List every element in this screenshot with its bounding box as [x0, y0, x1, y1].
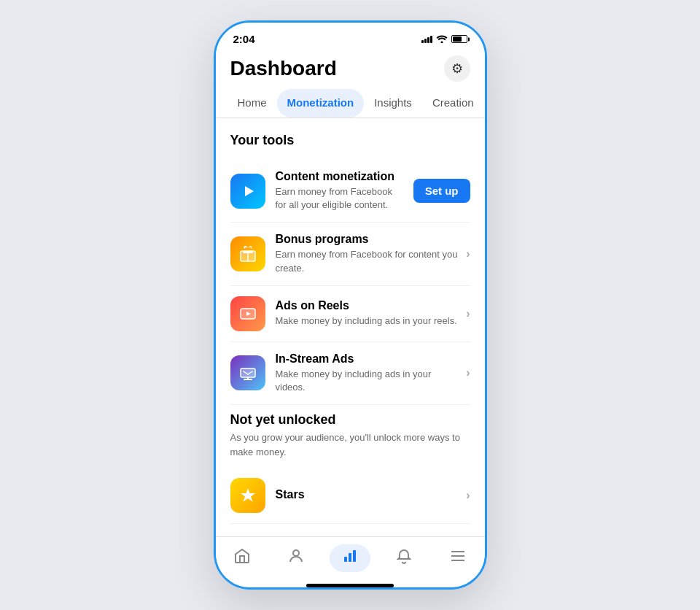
- not-unlocked-title: Not yet unlocked: [230, 412, 470, 428]
- content-monetization-action: Set up: [413, 179, 470, 203]
- in-stream-ads-chevron: ›: [466, 366, 470, 379]
- tool-ads-on-reels[interactable]: Ads on Reels Make money by including ads…: [230, 286, 470, 342]
- content-monetization-desc: Earn money from Facebook for all your el…: [276, 185, 406, 212]
- svg-marker-0: [245, 186, 254, 196]
- svg-rect-14: [349, 553, 351, 562]
- stars-name: Stars: [276, 488, 459, 501]
- home-icon: [233, 547, 251, 569]
- tab-creation[interactable]: Creation: [422, 89, 484, 117]
- tab-monetization[interactable]: Monetization: [277, 89, 365, 117]
- phone-frame: 2:04 Dashboard ⚙: [214, 20, 487, 590]
- tool-content-monetization[interactable]: Content monetization Earn money from Fac…: [230, 160, 470, 223]
- wifi-icon: [436, 34, 448, 45]
- signal-icon: [421, 36, 432, 43]
- in-stream-ads-name: In-Stream Ads: [276, 352, 459, 366]
- gear-icon: ⚙: [451, 61, 463, 77]
- tool-bonus-programs[interactable]: Bonus programs Earn money from Facebook …: [230, 223, 470, 285]
- svg-point-12: [293, 550, 299, 556]
- nav-notifications[interactable]: [384, 544, 424, 572]
- tab-bar: Home Monetization Insights Creation: [216, 89, 485, 118]
- bonus-programs-text: Bonus programs Earn money from Facebook …: [276, 233, 459, 274]
- bonus-programs-desc: Earn money from Facebook for content you…: [276, 248, 459, 274]
- bonus-programs-name: Bonus programs: [276, 233, 459, 246]
- stars-text: Stars: [276, 488, 459, 503]
- in-stream-ads-icon: [230, 355, 265, 390]
- ads-on-reels-name: Ads on Reels: [276, 299, 459, 312]
- content-monetization-text: Content monetization Earn money from Fac…: [276, 170, 406, 212]
- svg-rect-15: [353, 550, 356, 562]
- svg-rect-6: [241, 368, 255, 377]
- bottom-nav: [216, 536, 485, 578]
- home-indicator: [306, 584, 394, 587]
- stats-icon: [341, 547, 359, 569]
- bonus-programs-chevron: ›: [466, 247, 470, 260]
- status-time: 2:04: [233, 33, 255, 45]
- not-yet-unlocked-section: Not yet unlocked As you grow your audien…: [230, 412, 470, 524]
- your-tools-title: Your tools: [230, 133, 470, 148]
- content-monetization-icon: [230, 174, 265, 209]
- nav-stats[interactable]: [330, 544, 370, 572]
- ads-on-reels-icon: [230, 296, 265, 331]
- notification-icon: [395, 547, 413, 569]
- svg-rect-13: [344, 557, 347, 562]
- status-bar: 2:04: [216, 23, 485, 50]
- bonus-programs-icon: [230, 236, 265, 271]
- in-stream-ads-desc: Make money by including ads in your vide…: [276, 368, 459, 394]
- tab-home[interactable]: Home: [228, 89, 277, 117]
- ads-on-reels-chevron: ›: [466, 307, 470, 320]
- settings-button[interactable]: ⚙: [444, 55, 470, 82]
- nav-home[interactable]: [222, 544, 262, 572]
- tool-in-stream-ads[interactable]: In-Stream Ads Make money by including ad…: [230, 342, 470, 405]
- header: Dashboard ⚙: [216, 50, 485, 89]
- tab-insights[interactable]: Insights: [364, 89, 422, 117]
- nav-profile[interactable]: [276, 544, 316, 572]
- in-stream-ads-text: In-Stream Ads Make money by including ad…: [276, 352, 459, 394]
- ads-on-reels-text: Ads on Reels Make money by including ads…: [276, 299, 459, 328]
- menu-icon: [449, 547, 467, 569]
- battery-icon: [451, 35, 467, 43]
- status-icons: [421, 34, 467, 45]
- nav-menu[interactable]: [438, 544, 478, 572]
- svg-marker-11: [241, 488, 255, 502]
- page-title: Dashboard: [230, 57, 337, 80]
- content-monetization-name: Content monetization: [276, 170, 406, 183]
- not-unlocked-desc: As you grow your audience, you'll unlock…: [230, 431, 470, 459]
- your-tools-section: Your tools Content monetization Earn mon…: [230, 133, 470, 405]
- stars-chevron: ›: [466, 489, 470, 501]
- tool-stars[interactable]: Stars ›: [230, 468, 470, 524]
- stars-icon: [230, 478, 265, 513]
- content-area: Your tools Content monetization Earn mon…: [216, 118, 485, 536]
- ads-on-reels-desc: Make money by including ads in your reel…: [276, 314, 459, 328]
- setup-button[interactable]: Set up: [413, 179, 470, 203]
- profile-icon: [287, 547, 305, 569]
